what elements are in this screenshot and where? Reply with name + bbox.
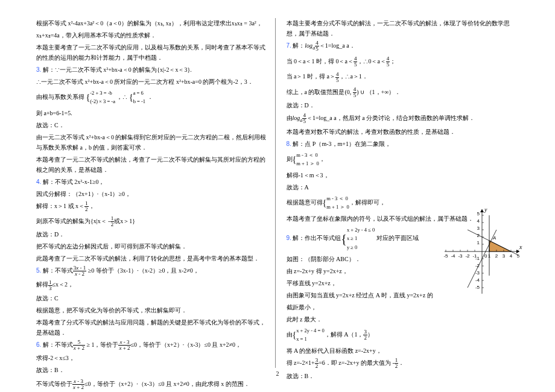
text: 综上，a 的取值范围是(0,	[287, 89, 353, 95]
text: ，∴a＞1．	[339, 73, 367, 80]
text: 综上，a 的取值范围是(0, 45) ∪ （1，+∞）．	[287, 87, 519, 98]
text: ）	[367, 331, 373, 338]
text: 将 A 的坐标代入目标函数 z=-2x+y，	[287, 346, 519, 356]
text: =6．即 z=-2x+y 的最大值为 -	[319, 359, 395, 366]
text: x ≥ 1	[347, 234, 375, 242]
text: 由根与系数关系得	[36, 93, 84, 100]
text: m + 1 ＞ 0	[326, 203, 349, 211]
q4-line: 4. 解：不等式 2x²-x-1≥0，	[36, 177, 269, 187]
eq-line: 由根与系数关系得 {-2 + 3 = -b(-2) × 3 = -a ，∴ {a…	[36, 89, 269, 106]
brace-icon: {	[129, 93, 133, 102]
fraction: x - 3x + 2	[118, 340, 130, 351]
text: 故选：A	[287, 182, 519, 192]
svg-text:4: 4	[477, 218, 480, 224]
svg-text:A: A	[492, 235, 496, 241]
text: 根据不等式 x²-4ax+3a²＜0（a＜0）的解集为（x₁, x₂），利用韦达…	[36, 18, 269, 28]
text: 则 a+b=6-1=5.	[36, 108, 269, 118]
text: 则	[287, 156, 293, 162]
fraction: 3x - 1x - 2	[73, 265, 87, 277]
svg-text:-5: -5	[475, 285, 480, 290]
svg-text:x: x	[519, 244, 522, 250]
text: 则原不等式的解集为{x|x＜ -	[36, 218, 110, 224]
text: 求得-2＜x≤3，	[36, 353, 269, 363]
brace-icon: {	[323, 198, 327, 207]
text: 由	[287, 115, 293, 121]
text: y ≥ 0	[347, 243, 375, 251]
text: 解得13≤x＜2，	[36, 279, 269, 291]
eq-line: 由{x + 2y - 4 = 0x = 1，解得 A（1，32）	[287, 326, 519, 344]
text: ，∴0＜a＜	[357, 58, 385, 65]
page-number: 2	[276, 368, 279, 379]
text: 解得	[36, 281, 48, 288]
right-column: 本题主要考查分式不等式的解法，一元二次不等式的解法，体现了等价转化的数学思想，属…	[284, 18, 519, 368]
q-number: 3.	[36, 66, 41, 73]
text: ∴一元二次不等式 x²+bx-a＜0 所对应的一元二次方程 x²+bx-a=0 …	[36, 77, 269, 87]
svg-text:2: 2	[477, 233, 480, 238]
svg-text:0: 0	[484, 253, 487, 259]
text: 故选：D．	[36, 229, 269, 239]
text: 故选：B．	[287, 371, 519, 381]
svg-text:-5: -5	[443, 253, 448, 259]
svg-text:-2: -2	[465, 253, 470, 259]
text: 故选：C	[36, 293, 269, 303]
text: 故选：D．	[287, 100, 519, 110]
text: ＜1=log_a a，然后对 a 分类讨论，结合对数函数的单调性求解．	[306, 115, 475, 121]
text: ＜1=log_a a．	[319, 42, 355, 49]
text: 把不等式的左边分解因式后，即可得到原不等式的解集．	[36, 241, 269, 251]
text: x₁+x₂=4a，带入利用基本不等式的性质求解．	[36, 30, 269, 40]
svg-text:-4: -4	[475, 277, 480, 283]
text: ) ∪ （1，+∞）．	[357, 89, 401, 95]
text: 不等式等价于	[36, 381, 72, 387]
q-number: 7.	[287, 42, 291, 49]
brace-icon: {	[293, 154, 297, 163]
q3-line: 3. 解：∵一元二次不等式 x²+bx-a＜0 的解集为{x|-2＜x＜3}.	[36, 65, 269, 75]
text: 解：不等式	[43, 267, 73, 274]
text: m + 1 ＞ 0	[296, 159, 319, 168]
text: 当 a＞1 时，得 a＞45，∴a＞1．	[287, 71, 519, 83]
q7-line: 7. 解：loga45＜1=log_a a．	[287, 40, 519, 52]
text: x = 1	[296, 335, 324, 343]
svg-text:5: 5	[517, 253, 520, 259]
text: ．	[398, 359, 404, 366]
text: 不等式等价于x - 3x + 2≤0，等价于（x+2）·（x-3）≤0 且 x+…	[36, 379, 269, 390]
text: ≥ 1，等价于	[85, 341, 119, 348]
text: 根据题意可得	[287, 199, 323, 206]
eq-line: 则{m - 3 ＜ 0m + 1 ＞ 0，	[287, 151, 519, 168]
text: 解：	[293, 42, 305, 49]
text: 本题考查了分式不等式的解法与应用问题，解题的关键是把不等式化为等价的不等式，是基…	[36, 317, 269, 338]
svg-text:-3: -3	[458, 253, 463, 259]
text: 解：作出不等式组	[293, 235, 341, 241]
text: 由loga45＜1=log_a a，然后对 a 分类讨论，结合对数函数的单调性求…	[287, 113, 519, 125]
text: 对应的平面区域	[375, 235, 419, 241]
brace-icon: {	[86, 93, 90, 102]
text: ≤0，等价于（x+2）·（x-3）≤0 且 x+2≠0，	[131, 341, 242, 348]
text: ，解得即可，	[349, 199, 385, 206]
svg-text:-1: -1	[475, 256, 480, 261]
text: (-2) × 3 = -a	[90, 97, 115, 106]
text: ，解得 A（1，	[325, 331, 364, 338]
text: 本题主要考查分式不等式的解法，一元二次不等式的解法，体现了等价转化的数学思想，属…	[287, 18, 519, 39]
svg-text:2: 2	[495, 253, 498, 259]
q-number: 5.	[36, 267, 41, 274]
text: 解得：x＞1 或 x＜12，	[36, 201, 269, 212]
svg-text:3: 3	[477, 226, 480, 231]
text: x + 2y - 4 ≤ 0	[347, 226, 375, 234]
text: ．	[147, 93, 153, 100]
text: ，	[89, 203, 95, 209]
text: ，	[319, 156, 325, 162]
q-number: 6.	[36, 341, 41, 348]
text: 根据题意，把不等式化为等价的不等式，求出解集即可．	[36, 305, 269, 315]
text: 解：不等式 2x²-x-1≥0，	[43, 179, 105, 185]
q-number: 4.	[36, 179, 41, 185]
left-column: 根据不等式 x²-4ax+3a²＜0（a＜0）的解集为（x₁, x₂），利用韦达…	[36, 18, 276, 368]
text: ≤0，等价于（x+2）·（x-3）≤0 且 x+2≠0，由此求得 x 的范围．	[84, 381, 250, 387]
text: 本题考查了一元二次不等式的解法，考查了一元二次不等式的解集与其所对应的方程的根之…	[36, 154, 269, 175]
text: 解：点 P（m-3，m+1）在第二象限，	[293, 141, 391, 147]
svg-text:1: 1	[477, 240, 480, 245]
text: ≥0 等价于（3x-1）·（x-2）≥0，且 x-2≠0，	[86, 267, 198, 274]
text: 故选：B．	[36, 365, 269, 375]
text: 则原不等式的解集为{x|x＜ -12或x＞1}	[36, 216, 269, 227]
svg-marker-3	[480, 209, 484, 212]
q8-line: 8. 解：点 P（m-3，m+1）在第二象限，	[287, 139, 519, 149]
fraction: 5x + 2	[73, 340, 85, 351]
